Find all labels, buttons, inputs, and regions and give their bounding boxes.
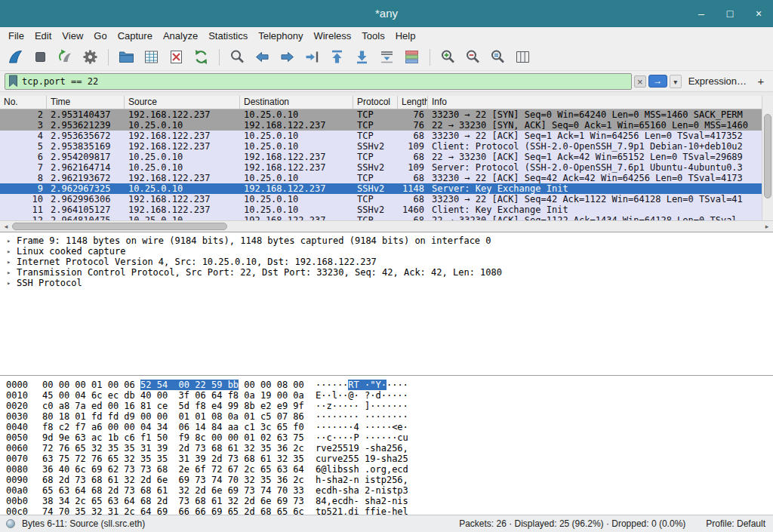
save-file-button[interactable] [140, 46, 162, 68]
expand-arrow-icon[interactable]: ▸ [0, 278, 17, 288]
packet-row[interactable]: 11 2.964105127 192.168.122.237 10.25.0.1… [0, 204, 762, 215]
horizontal-scrollbar-thumb[interactable] [12, 223, 227, 230]
hex-bytes-plain: 36 40 6c 69 62 73 73 68 2e 6f 72 67 2c 6… [42, 464, 304, 475]
start-capture-button[interactable] [5, 46, 26, 68]
menu-item[interactable]: Capture [112, 29, 158, 43]
hex-row[interactable]: 0040 f8 c2 f7 a6 00 00 04 34 06 14 84 aa… [6, 422, 773, 432]
menu-item[interactable]: Statistics [203, 29, 253, 43]
packet-row[interactable]: 12 2.964810475 10.25.0.10 192.168.122.23… [0, 215, 762, 220]
expand-arrow-icon[interactable]: ▸ [0, 235, 17, 246]
packet-row[interactable]: 6 2.954209817 10.25.0.10 192.168.122.237… [0, 152, 762, 162]
column-header-no[interactable]: No. [0, 96, 47, 109]
hex-row[interactable]: 0020 c0 a8 7a ed 00 16 81 ce 5d f8 e4 99… [6, 401, 773, 411]
hex-ascii: tp521,di ffie-hel [316, 506, 408, 515]
hex-ascii-plain: ecdh-sha 2-nistp3 [316, 485, 408, 496]
go-to-packet-button[interactable] [301, 46, 323, 68]
detail-line[interactable]: ▸ SSH Protocol [0, 278, 773, 288]
hex-offset: 00a0 [6, 485, 42, 496]
column-header-source[interactable]: Source [125, 96, 240, 109]
menu-item[interactable]: Telephony [253, 29, 308, 43]
packet-row[interactable]: 8 2.962193672 192.168.122.237 10.25.0.10… [0, 173, 762, 183]
detail-line[interactable]: ▸ Linux cooked capture [0, 246, 773, 257]
packet-source: 192.168.122.237 [125, 173, 240, 183]
hex-row[interactable]: 0060 72 76 65 32 35 35 31 39 2d 73 68 61… [6, 443, 773, 454]
hex-row[interactable]: 0050 9d 9e 63 ac 1b c6 f1 50 f9 8c 00 00… [6, 432, 773, 443]
menu-item[interactable]: File [3, 29, 29, 43]
apply-filter-button[interactable]: → [648, 75, 667, 88]
restart-capture-button[interactable] [54, 46, 76, 68]
scroll-right-icon[interactable]: ▸ [762, 221, 772, 232]
hex-row[interactable]: 0090 68 2d 73 68 61 32 2d 6e 69 73 74 70… [6, 475, 773, 485]
hex-offset: 00b0 [6, 496, 42, 506]
column-header-length[interactable]: Length [398, 96, 428, 109]
packet-row[interactable]: 3 2.953621239 10.25.0.10 192.168.122.237… [0, 120, 762, 131]
bookmark-icon[interactable] [8, 75, 18, 88]
hex-row[interactable]: 0080 36 40 6c 69 62 73 73 68 2e 6f 72 67… [6, 464, 773, 475]
go-last-button[interactable] [351, 46, 373, 68]
expression-button[interactable]: Expression… [684, 75, 751, 87]
resize-columns-button[interactable] [512, 46, 534, 68]
vertical-scrollbar[interactable] [762, 96, 773, 220]
packet-row[interactable]: 4 2.953635672 192.168.122.237 10.25.0.10… [0, 131, 762, 141]
open-file-button[interactable] [115, 46, 137, 68]
find-packet-button[interactable] [226, 46, 248, 68]
detail-line[interactable]: ▸ Transmission Control Protocol, Src Por… [0, 267, 773, 278]
menu-item[interactable]: Analyze [158, 29, 203, 43]
filter-dropdown-button[interactable]: ▾ [670, 75, 682, 88]
horizontal-scrollbar[interactable]: ◂ ▸ [0, 220, 773, 232]
packet-row[interactable]: 7 2.962164714 10.25.0.10 192.168.122.237… [0, 162, 762, 173]
stop-capture-button[interactable] [29, 46, 51, 68]
zoom-original-button[interactable] [487, 46, 509, 68]
maximize-button[interactable]: □ [722, 8, 738, 20]
detail-line[interactable]: ▸ Internet Protocol Version 4, Src: 10.2… [0, 257, 773, 267]
close-button[interactable]: × [750, 8, 767, 20]
zoom-out-button[interactable] [462, 46, 484, 68]
go-back-button[interactable] [251, 46, 273, 68]
packet-destination: 192.168.122.237 [240, 120, 353, 131]
go-forward-button[interactable] [276, 46, 298, 68]
expand-arrow-icon[interactable]: ▸ [0, 267, 17, 278]
packet-row[interactable]: 9 2.962967325 10.25.0.10 192.168.122.237… [0, 183, 762, 194]
column-header-protocol[interactable]: Protocol [353, 96, 398, 109]
menu-item[interactable]: Go [88, 29, 112, 43]
packet-row[interactable]: 10 2.962996306 192.168.122.237 10.25.0.1… [0, 194, 762, 204]
minimize-button[interactable]: – [693, 8, 710, 20]
hex-row[interactable]: 0000 00 00 00 01 00 06 52 54 00 22 59 bb… [6, 380, 773, 390]
packet-row[interactable]: 5 2.953835169 192.168.122.237 10.25.0.10… [0, 141, 762, 152]
detail-line[interactable]: ▸ Frame 9: 1148 bytes on wire (9184 bits… [0, 235, 773, 246]
hex-row[interactable]: 00a0 65 63 64 68 2d 73 68 61 32 2d 6e 69… [6, 485, 773, 496]
hex-row[interactable]: 0070 63 75 72 76 65 32 35 35 31 39 2d 73… [6, 454, 773, 464]
column-header-destination[interactable]: Destination [240, 96, 353, 109]
packet-row[interactable]: 2 2.953140437 192.168.122.237 10.25.0.10… [0, 109, 762, 120]
status-profile[interactable]: Profile: Default [706, 518, 765, 529]
packet-info: 22 → 33230 [ACK] Seq=1122 Ack=1434 Win=6… [428, 215, 762, 220]
close-file-icon [168, 48, 185, 66]
menu-item[interactable]: Wireless [308, 29, 356, 43]
capture-options-button[interactable] [79, 46, 101, 68]
hex-row[interactable]: 00b0 38 34 2c 65 63 64 68 2d 73 68 61 32… [6, 496, 773, 506]
column-header-time[interactable]: Time [47, 96, 125, 109]
colorize-button[interactable] [401, 46, 423, 68]
hex-row[interactable]: 00c0 74 70 35 32 31 2c 64 69 66 66 69 65… [6, 506, 773, 515]
vertical-scrollbar-thumb[interactable] [764, 114, 771, 198]
expand-arrow-icon[interactable]: ▸ [0, 246, 17, 257]
add-filter-button[interactable]: + [753, 74, 768, 89]
menu-item[interactable]: Edit [29, 29, 57, 43]
column-header-info[interactable]: Info [428, 96, 762, 109]
hex-row[interactable]: 0030 80 18 01 fd fd d9 00 00 01 01 08 0a… [6, 411, 773, 422]
auto-scroll-button[interactable] [376, 46, 398, 68]
zoom-in-button[interactable] [437, 46, 459, 68]
expand-arrow-icon[interactable]: ▸ [0, 257, 17, 267]
menu-item[interactable]: View [57, 29, 88, 43]
clear-filter-button[interactable]: × [634, 75, 646, 88]
expert-info-icon[interactable] [6, 519, 15, 528]
display-filter-input[interactable] [22, 75, 628, 88]
display-filter-field[interactable] [5, 73, 632, 90]
menu-item[interactable]: Help [390, 29, 421, 43]
menu-item[interactable]: Tools [356, 29, 390, 43]
go-first-button[interactable] [326, 46, 348, 68]
reload-button[interactable] [190, 46, 212, 68]
hex-row[interactable]: 0010 45 00 04 6c ec db 40 00 3f 06 64 f8… [6, 390, 773, 401]
close-file-button[interactable] [165, 46, 187, 68]
scroll-left-icon[interactable]: ◂ [1, 221, 11, 232]
